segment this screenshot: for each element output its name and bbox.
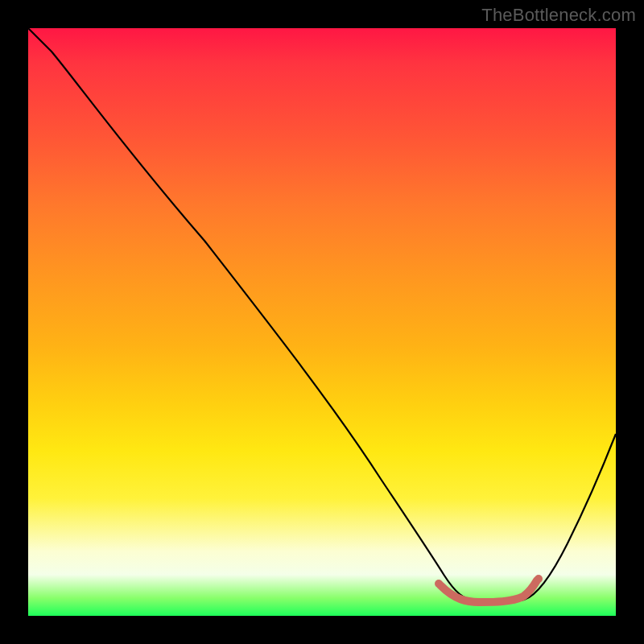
plot-area [28,28,616,616]
chart-frame: TheBottleneck.com [0,0,644,644]
trough-dot-right [535,575,543,583]
curve-layer [28,28,616,616]
trough-highlight [440,580,537,602]
bottleneck-curve-line [28,28,616,602]
watermark-text: TheBottleneck.com [481,5,636,26]
trough-dot-left [435,580,443,588]
